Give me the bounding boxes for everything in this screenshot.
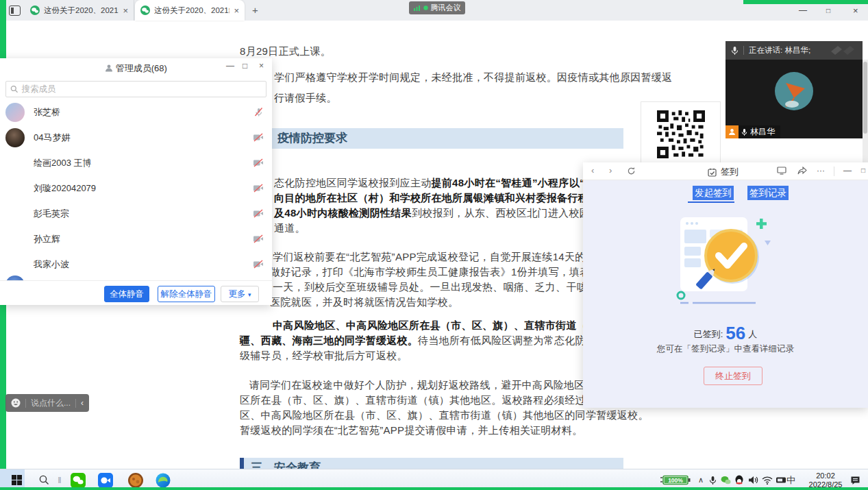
member-row[interactable]: 绘画2003 王博 [0, 150, 272, 175]
emoji-icon[interactable] [11, 398, 21, 408]
mic-icon [731, 46, 739, 56]
host-badge-icon [726, 125, 739, 138]
chat-divider [75, 399, 76, 408]
green-dot-icon [423, 5, 428, 10]
article-line: 区、中高风险地区所在县（市、区、旗）、直辖市街道（镇）其他地区的同学暂缓返校。 [240, 409, 649, 422]
members-minimize-button[interactable]: — [226, 61, 234, 71]
window-restore-button[interactable]: □ [826, 3, 830, 18]
video-feed[interactable]: 林昌华 [726, 60, 863, 138]
article-line: 8月29日正式上课。 [240, 45, 331, 58]
titlebar-divider [834, 167, 834, 176]
more-button[interactable]: 更多 ▾ [221, 286, 259, 302]
section-banner-epidemic: 疫情防控要求 [240, 128, 623, 149]
member-name: 孙立辉 [34, 233, 244, 245]
signin-maximize-button[interactable]: □ [861, 167, 865, 174]
member-search-box[interactable] [5, 81, 266, 97]
tab-actions-icon[interactable] [9, 5, 21, 16]
mic-icon [741, 128, 747, 136]
member-avatar [5, 204, 25, 223]
member-avatar [5, 179, 25, 198]
camera-off-icon[interactable] [253, 260, 264, 269]
member-row[interactable]: 刘璇202042079 [0, 175, 272, 201]
screenshare-border-top [743, 0, 868, 4]
banner-accent-bar [240, 458, 244, 469]
meeting-pill-label: 腾讯会议 [431, 3, 461, 13]
member-row[interactable]: 张芝桥 [0, 99, 272, 125]
scrollbar-thumb[interactable] [863, 62, 867, 134]
member-row[interactable]: 孙立辉 [0, 226, 272, 252]
manage-members-panel: 管理成员(68) — □ × 张芝桥 04马梦妌 绘画2003 王博 刘璇202… [0, 58, 272, 305]
signin-body: 发起签到 签到记录 已签到:56人 您可 [583, 180, 868, 408]
camera-off-icon[interactable] [253, 158, 264, 167]
active-tab-underline [688, 201, 734, 203]
article-line: 行请假手续。 [274, 92, 337, 105]
article-line: 医院就医，并及时将就医情况告知学校。 [270, 296, 458, 309]
camera-off-icon[interactable] [253, 234, 264, 243]
chat-divider [25, 399, 26, 408]
signed-unit: 人 [748, 329, 757, 339]
member-row[interactable]: 彭毛英宗 [0, 201, 272, 226]
new-tab-button[interactable]: + [252, 4, 258, 16]
article-line: 一天，到校后交至班级辅导员处。一旦出现发热、咽痛、乏力、干咳等症状， [273, 281, 629, 294]
caret-down-icon: ▾ [248, 291, 251, 298]
member-avatar [5, 154, 25, 173]
member-avatar [5, 255, 25, 274]
members-maximize-button[interactable]: □ [243, 61, 247, 71]
member-search-input[interactable] [21, 84, 262, 94]
signed-count: 56 [726, 323, 745, 343]
signal-bars-icon [414, 5, 421, 11]
signin-illustration [672, 213, 778, 313]
article-line: 向目的地所在社区（村）和学校所在地所属银滩镇和兴村委报备行程，持健康 [274, 192, 630, 205]
members-close-button[interactable]: × [259, 61, 264, 71]
signin-titlebar: ‹ › 签到 ··· — □ [583, 162, 868, 180]
signin-note: 您可在「签到记录」中查看详细记录 [583, 343, 868, 355]
camera-off-icon[interactable] [253, 209, 264, 218]
meeting-status-pill[interactable]: 腾讯会议 [409, 1, 465, 14]
tab-close-icon[interactable]: × [123, 5, 128, 16]
mic-off-icon[interactable] [253, 107, 264, 117]
meeting-logo-icon [830, 45, 858, 56]
browser-tab-inactive[interactable]: 这份关于2020、2021级同学开学 × [25, 0, 134, 21]
section-title: 三、安全教育 [240, 458, 623, 469]
article-line: 及48小时内核酸检测阴性结果到校报到，从东、西校区北门进入校园，其他校 [274, 207, 632, 220]
mute-all-button[interactable]: 全体静音 [104, 286, 149, 302]
chat-input-placeholder[interactable]: 说点什么... [31, 397, 71, 409]
article-line: 区所在县（市、区、旗）、直辖市街道（镇）其他地区。返校路程必须经过中高 [240, 394, 607, 407]
article-line: 做好记录，打印《北海市学校师生员工健康报告表》1份并填写，填表时间为报 [270, 266, 632, 279]
member-row[interactable]: 04马梦妌 [0, 125, 272, 150]
svg-text:100%: 100% [668, 477, 683, 484]
share-icon[interactable] [797, 167, 807, 175]
article-line: 通道。 [274, 222, 306, 235]
tab-close-icon[interactable]: × [234, 5, 239, 16]
search-icon [39, 475, 49, 485]
member-avatar [5, 230, 25, 249]
search-icon [10, 85, 18, 93]
window-minimize-button[interactable]: — [799, 3, 807, 18]
signin-back-icon[interactable]: ‹ [591, 165, 594, 175]
signin-minimize-button[interactable]: — [843, 166, 852, 175]
camera-off-icon[interactable] [253, 184, 264, 193]
cast-icon[interactable] [777, 167, 786, 175]
unmute-all-button[interactable]: 解除全体静音 [158, 286, 215, 302]
signed-count-line: 已签到:56人 [583, 323, 868, 344]
clock-time: 20:02 [816, 471, 835, 480]
article-line: 态化防控地区同学返校报到应主动提前48小时在“智桂通”小程序以“一键 [274, 177, 606, 190]
signed-label: 已签到: [694, 329, 723, 339]
browser-tab-active[interactable]: 这份关于2020、2021级同学开学 × [135, 0, 245, 21]
signin-refresh-icon[interactable] [627, 167, 636, 175]
window-close-button[interactable]: × [853, 3, 858, 18]
participant-name: 林昌华 [750, 126, 775, 138]
camera-off-icon[interactable] [253, 133, 264, 142]
stop-signin-button[interactable]: 终止签到 [704, 367, 762, 385]
signin-forward-icon[interactable]: › [609, 165, 612, 175]
member-name: 张芝桥 [34, 106, 245, 119]
participant-nametag: 林昌华 [726, 125, 780, 138]
chat-quick-bubble[interactable]: 说点什么... ‹ [5, 394, 89, 412]
collapse-icon[interactable]: ‹ [81, 398, 84, 408]
tab-title: 这份关于2020、2021级同学开学 [44, 5, 119, 16]
tab-start-signin[interactable]: 发起签到 [693, 186, 734, 200]
article-line: 请同学们在返校途中做好个人防护，规划好返校路线，避开中高风险地区、中高 [249, 379, 617, 392]
signin-menu-icon[interactable]: ··· [817, 166, 825, 175]
tab-signin-records[interactable]: 签到记录 [747, 186, 789, 200]
members-footer: 全体静音 解除全体静音 更多 ▾ [0, 280, 272, 305]
